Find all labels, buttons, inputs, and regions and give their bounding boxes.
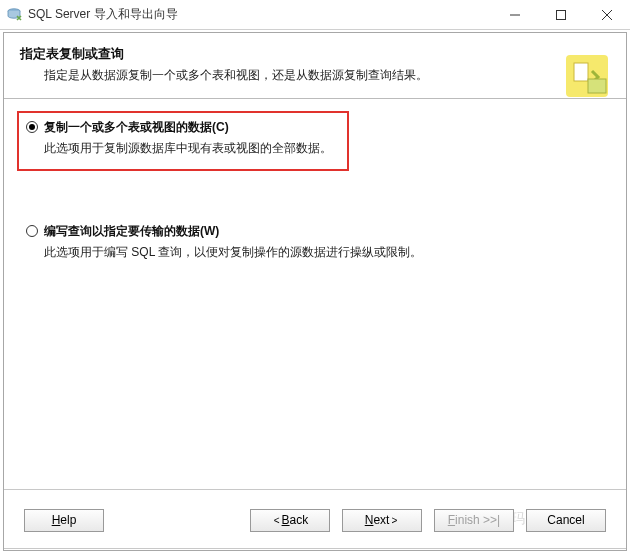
- button-bar: Help <Back Next > Finish >>| Cancel: [4, 490, 626, 550]
- option-query-desc: 此选项用于编写 SQL 查询，以便对复制操作的源数据进行操纵或限制。: [44, 244, 606, 261]
- app-icon: [6, 7, 22, 23]
- page-title: 指定表复制或查询: [20, 45, 610, 63]
- close-button[interactable]: [584, 0, 630, 29]
- radio-copy-tables[interactable]: [26, 121, 38, 133]
- page-description: 指定是从数据源复制一个或多个表和视图，还是从数据源复制查询结果。: [44, 67, 610, 84]
- svg-rect-7: [588, 79, 606, 93]
- back-button[interactable]: <Back: [250, 509, 330, 532]
- cancel-button[interactable]: Cancel: [526, 509, 606, 532]
- option-write-query[interactable]: 编写查询以指定要传输的数据(W) 此选项用于编写 SQL 查询，以便对复制操作的…: [24, 223, 606, 261]
- wizard-header: 指定表复制或查询 指定是从数据源复制一个或多个表和视图，还是从数据源复制查询结果…: [4, 33, 626, 99]
- wizard-content: 指定表复制或查询 指定是从数据源复制一个或多个表和视图，还是从数据源复制查询结果…: [3, 32, 627, 551]
- titlebar: SQL Server 导入和导出向导: [0, 0, 630, 30]
- option-copy-desc: 此选项用于复制源数据库中现有表或视图的全部数据。: [44, 140, 606, 157]
- header-graphic: [562, 51, 612, 101]
- option-copy-label: 复制一个或多个表或视图的数据(C): [44, 119, 229, 136]
- window-controls: [492, 0, 630, 29]
- finish-button: Finish >>|: [434, 509, 514, 532]
- wizard-body: 复制一个或多个表或视图的数据(C) 此选项用于复制源数据库中现有表或视图的全部数…: [4, 99, 626, 477]
- window-title: SQL Server 导入和导出向导: [28, 6, 492, 23]
- next-button[interactable]: Next >: [342, 509, 422, 532]
- radio-write-query[interactable]: [26, 225, 38, 237]
- svg-rect-6: [574, 63, 588, 81]
- minimize-button[interactable]: [492, 0, 538, 29]
- option-query-label: 编写查询以指定要传输的数据(W): [44, 223, 219, 240]
- maximize-button[interactable]: [538, 0, 584, 29]
- svg-rect-2: [557, 10, 566, 19]
- option-copy-tables[interactable]: 复制一个或多个表或视图的数据(C) 此选项用于复制源数据库中现有表或视图的全部数…: [24, 119, 606, 157]
- help-button[interactable]: Help: [24, 509, 104, 532]
